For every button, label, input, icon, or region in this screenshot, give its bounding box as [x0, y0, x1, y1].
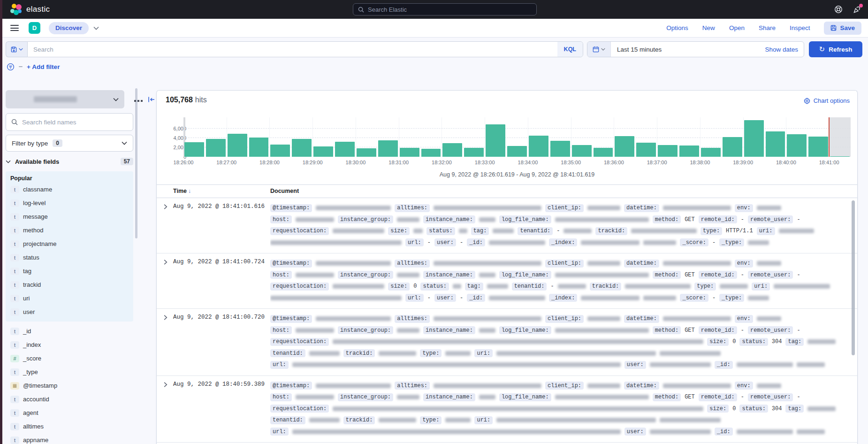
field-chip: _type: — [719, 238, 744, 246]
histogram-bar[interactable] — [486, 124, 505, 157]
save-button[interactable]: Save — [824, 22, 861, 35]
histogram-bar[interactable] — [787, 134, 807, 157]
add-filter-button[interactable]: + Add filter — [27, 63, 60, 70]
field-item-projectname[interactable]: tprojectname — [6, 237, 133, 251]
field-chip: log_file_name: — [499, 215, 551, 223]
string-field-icon: t — [10, 328, 19, 335]
histogram-bar[interactable] — [830, 156, 850, 157]
expand-row-icon[interactable] — [163, 382, 168, 387]
filter-type-count-badge: 0 — [53, 139, 62, 147]
options-button[interactable]: Options — [666, 24, 688, 31]
notification-dot — [859, 4, 863, 8]
histogram-bar[interactable] — [184, 142, 204, 157]
field-chip: requestlocation: — [270, 405, 329, 413]
expand-row-icon[interactable] — [163, 315, 168, 320]
open-button[interactable]: Open — [729, 24, 745, 31]
announcements-icon[interactable] — [853, 5, 861, 14]
histogram-bar[interactable] — [357, 148, 376, 157]
field-item-_index[interactable]: t_index — [6, 338, 139, 352]
histogram-bar[interactable] — [550, 141, 570, 157]
histogram-bar[interactable] — [249, 138, 269, 157]
histogram-bar[interactable] — [228, 134, 247, 157]
histogram-bar[interactable] — [442, 143, 462, 157]
expand-row-icon[interactable] — [163, 204, 168, 209]
histogram-bar[interactable] — [808, 137, 828, 157]
histogram-bar[interactable] — [636, 143, 656, 157]
histogram-bar[interactable] — [658, 145, 678, 157]
quick-select-menu-button[interactable] — [587, 42, 611, 57]
available-fields-header[interactable]: Available fields 57 — [6, 158, 133, 165]
app-badge[interactable]: D — [29, 22, 40, 34]
histogram-bar[interactable] — [572, 145, 592, 157]
field-item-classname[interactable]: tclassname — [6, 183, 133, 196]
field-item-@timestamp[interactable]: ▦@timestamp — [6, 379, 139, 392]
chevron-down-icon[interactable] — [93, 26, 99, 30]
histogram-bar[interactable] — [529, 136, 548, 157]
time-range-value[interactable]: Last 15 minutes — [611, 46, 765, 53]
histogram-bar[interactable] — [723, 137, 742, 157]
redacted-value — [631, 229, 697, 233]
field-item-agent[interactable]: tagent — [6, 406, 139, 420]
show-dates-button[interactable]: Show dates — [765, 46, 804, 53]
filter-by-type-select[interactable]: Filter by type 0 — [6, 135, 133, 152]
redacted-value — [496, 351, 656, 356]
share-button[interactable]: Share — [759, 24, 776, 31]
field-item-accountid[interactable]: taccountid — [6, 392, 139, 406]
kql-language-button[interactable]: KQL — [557, 42, 583, 57]
expand-row-icon[interactable] — [163, 260, 168, 265]
redacted-value — [479, 217, 495, 222]
redacted-value — [748, 296, 769, 300]
field-item-message[interactable]: tmessage — [6, 210, 133, 223]
histogram-bar[interactable] — [615, 136, 634, 157]
query-search-input[interactable]: Search KQL — [27, 41, 583, 57]
field-item-status[interactable]: tstatus — [6, 251, 133, 264]
histogram-bar[interactable] — [679, 145, 699, 157]
gridline — [312, 117, 313, 157]
inspect-button[interactable]: Inspect — [790, 24, 810, 31]
histogram-bar[interactable] — [206, 139, 226, 157]
field-item-uri[interactable]: turi — [6, 291, 133, 305]
field-item-tag[interactable]: ttag — [6, 264, 133, 278]
field-item-_id[interactable]: t_id — [6, 324, 139, 338]
histogram-bar[interactable] — [744, 120, 764, 157]
new-button[interactable]: New — [702, 24, 715, 31]
index-pattern-selector[interactable] — [6, 90, 124, 108]
help-icon[interactable] — [834, 5, 843, 14]
histogram-bar[interactable] — [464, 148, 484, 157]
field-search-input[interactable]: Search field names — [6, 113, 133, 131]
menu-icon[interactable] — [10, 25, 19, 31]
saved-query-menu-button[interactable] — [6, 41, 27, 57]
histogram-bar[interactable] — [594, 148, 613, 157]
histogram-plot[interactable] — [183, 117, 851, 157]
time-column-header[interactable]: Time↓ — [173, 188, 191, 194]
histogram-bar[interactable] — [335, 142, 355, 157]
field-item-user[interactable]: tuser — [6, 305, 133, 319]
collapse-sidebar-icon[interactable] — [148, 96, 155, 103]
field-item-alltimes[interactable]: talltimes — [6, 420, 139, 433]
histogram-bar[interactable] — [507, 146, 527, 157]
refresh-button[interactable]: ↻ Refresh — [809, 41, 862, 57]
more-options-icon[interactable] — [134, 96, 143, 103]
histogram-bar[interactable] — [378, 140, 398, 157]
field-item-_type[interactable]: t_type — [6, 365, 139, 379]
gridline — [786, 117, 786, 157]
global-search-input[interactable]: Search Elastic — [353, 3, 537, 15]
field-item-_score[interactable]: #_score — [6, 352, 139, 365]
histogram-bar[interactable] — [421, 149, 441, 157]
histogram-bar[interactable] — [400, 148, 419, 157]
field-item-trackid[interactable]: ttrackid — [6, 278, 133, 291]
filter-menu-icon[interactable] — [7, 63, 15, 71]
chart-options-button[interactable]: Chart options — [804, 97, 850, 104]
field-item-log-level[interactable]: tlog-level — [6, 196, 133, 210]
elastic-logo-icon[interactable] — [10, 3, 22, 15]
histogram-bar[interactable] — [766, 131, 785, 157]
histogram-bar[interactable] — [313, 146, 333, 157]
field-item-method[interactable]: tmethod — [6, 223, 133, 237]
histogram-bar[interactable] — [270, 145, 290, 157]
histogram-bar[interactable] — [701, 148, 721, 157]
histogram-bar[interactable] — [292, 139, 312, 157]
field-item-appname[interactable]: tappname — [6, 433, 139, 444]
hits-count: 105,768 — [166, 96, 193, 104]
table-scrollbar[interactable] — [852, 200, 855, 355]
breadcrumb[interactable]: Discover — [49, 22, 89, 34]
